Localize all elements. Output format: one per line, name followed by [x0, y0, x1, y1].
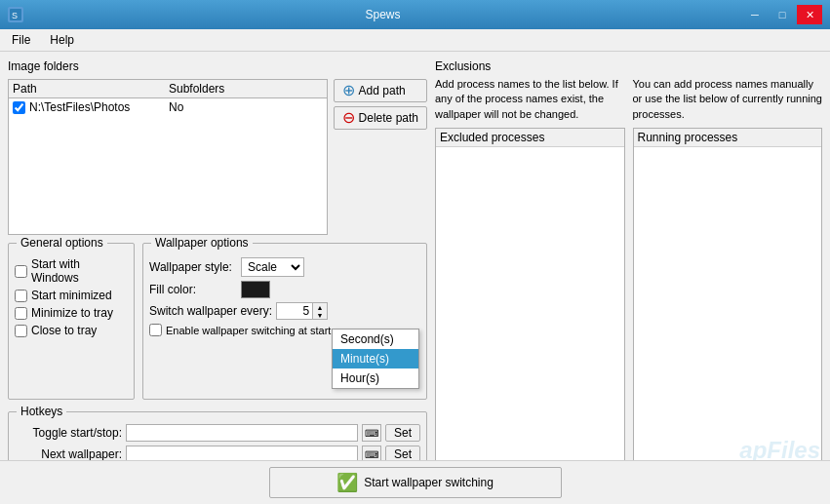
main-content: Image folders Path Subfolders N:\TestFil…: [0, 52, 830, 503]
left-panel: Image folders Path Subfolders N:\TestFil…: [8, 59, 427, 495]
close-button[interactable]: ✕: [797, 5, 822, 24]
window: S Spews ─ □ ✕ File Help Image folders Pa…: [0, 0, 830, 503]
image-folders-section: Image folders Path Subfolders N:\TestFil…: [8, 59, 427, 235]
hotkey-toggle-key[interactable]: ⌨: [362, 424, 381, 442]
wallpaper-style-row: Wallpaper style: Scale Center Tile Stret…: [149, 257, 420, 277]
wallpaper-options-inner: Wallpaper style: Scale Center Tile Stret…: [149, 257, 420, 336]
path-value: N:\TestFiles\Photos: [29, 100, 130, 114]
option-start-windows: Start with Windows: [15, 257, 128, 285]
running-processes-list: Running processes: [633, 128, 823, 467]
app-icon: S: [8, 7, 23, 22]
start-label: Start wallpaper switching: [364, 476, 494, 489]
image-folders-content: Path Subfolders N:\TestFiles\Photos No: [8, 79, 427, 235]
general-options-items: Start with Windows Start minimized Minim…: [15, 257, 128, 337]
maximize-button[interactable]: □: [770, 5, 795, 24]
start-minimized-label: Start minimized: [31, 289, 112, 302]
general-options-box: General options Start with Windows Start…: [8, 243, 135, 400]
option-start-minimized: Start minimized: [15, 289, 128, 302]
menu-bar: File Help: [0, 29, 830, 52]
start-windows-checkbox[interactable]: [15, 265, 27, 278]
menu-file[interactable]: File: [4, 31, 38, 49]
fill-color-label: Fill color:: [149, 283, 237, 296]
option-seconds[interactable]: Second(s): [333, 330, 418, 349]
minimize-tray-checkbox[interactable]: [15, 307, 27, 320]
add-path-label: Add path: [359, 84, 406, 97]
hotkey-toggle-label: Toggle start/stop:: [15, 426, 122, 440]
switch-number-input[interactable]: ▲ ▼: [276, 302, 328, 320]
time-unit-custom-dropdown: Second(s) Minute(s) Hour(s): [332, 329, 419, 389]
switch-every-row: Switch wallpaper every: ▲ ▼ Minut: [149, 302, 420, 320]
start-bar: ✅ Start wallpaper switching: [0, 460, 830, 504]
minimize-tray-label: Minimize to tray: [31, 306, 113, 320]
exclusions-desc2: You can add process names manually or us…: [633, 77, 823, 122]
title-bar: S Spews ─ □ ✕: [0, 0, 830, 29]
add-icon: ⊕: [342, 83, 355, 98]
window-controls: ─ □ ✕: [742, 5, 822, 24]
right-panel-inner: Exclusions Add process names to the list…: [435, 59, 822, 495]
spin-up-button[interactable]: ▲: [313, 303, 327, 311]
table-header: Path Subfolders: [9, 80, 327, 98]
excluded-processes-header: Excluded processes: [436, 129, 624, 147]
switch-every-label: Switch wallpaper every:: [149, 304, 272, 318]
folders-buttons: ⊕ Add path ⊖ Delete path: [334, 79, 427, 235]
hotkey-toggle-set[interactable]: Set: [385, 424, 420, 442]
wallpaper-style-label: Wallpaper style:: [149, 260, 237, 274]
enable-switch-checkbox[interactable]: [149, 324, 162, 336]
path-checkbox[interactable]: [13, 101, 25, 114]
start-button[interactable]: ✅ Start wallpaper switching: [269, 467, 562, 498]
option-hours[interactable]: Hour(s): [333, 368, 418, 388]
svg-text:S: S: [12, 11, 18, 20]
exclusions-label: Exclusions: [435, 59, 822, 73]
hotkeys-title: Hotkeys: [17, 405, 66, 418]
minimize-button[interactable]: ─: [742, 5, 768, 24]
general-options-title: General options: [17, 236, 107, 250]
wallpaper-options-box: Wallpaper options Wallpaper style: Scale…: [142, 243, 427, 400]
fill-color-picker[interactable]: [241, 281, 270, 298]
spin-down-button[interactable]: ▼: [313, 311, 327, 319]
start-windows-label: Start with Windows: [31, 257, 128, 285]
right-panel: Exclusions Add process names to the list…: [435, 59, 822, 495]
exclusions-lists: Excluded processes Running processes: [435, 128, 822, 467]
menu-help[interactable]: Help: [42, 31, 82, 49]
exclusions-desc1: Add process names to the list below. If …: [435, 77, 625, 122]
start-minimized-checkbox[interactable]: [15, 290, 27, 302]
hotkey-toggle: Toggle start/stop: ⌨ Set: [15, 424, 420, 442]
exclusions-top: Add process names to the list below. If …: [435, 77, 822, 122]
window-title: Spews: [23, 8, 742, 21]
bottom-options: General options Start with Windows Start…: [8, 243, 427, 400]
fill-color-row: Fill color:: [149, 281, 420, 298]
option-minimize-tray: Minimize to tray: [15, 306, 128, 320]
enable-switch-label: Enable wallpaper switching at start: [166, 325, 331, 336]
close-tray-checkbox[interactable]: [15, 325, 27, 337]
switch-value-input[interactable]: [277, 303, 312, 319]
wallpaper-options-title: Wallpaper options: [151, 236, 253, 250]
running-processes-header: Running processes: [634, 129, 822, 147]
spin-arrows: ▲ ▼: [312, 303, 327, 319]
subfolders-value: No: [169, 100, 323, 114]
option-minutes[interactable]: Minute(s): [333, 349, 418, 368]
add-path-button[interactable]: ⊕ Add path: [334, 79, 427, 102]
close-tray-label: Close to tray: [31, 324, 97, 337]
path-cell: N:\TestFiles\Photos: [13, 100, 169, 114]
delete-icon: ⊖: [342, 110, 355, 126]
folders-table: Path Subfolders N:\TestFiles\Photos No: [8, 79, 328, 235]
hotkey-next-label: Next wallpaper:: [15, 447, 122, 461]
delete-path-button[interactable]: ⊖ Delete path: [334, 106, 427, 130]
table-row[interactable]: N:\TestFiles\Photos No: [9, 98, 327, 116]
option-close-tray: Close to tray: [15, 324, 128, 337]
hotkey-toggle-input[interactable]: [126, 424, 358, 442]
start-icon: ✅: [336, 472, 358, 493]
delete-path-label: Delete path: [359, 111, 418, 125]
col-subfolders: Subfolders: [169, 82, 323, 96]
col-path: Path: [13, 82, 169, 96]
image-folders-label: Image folders: [8, 59, 427, 73]
wallpaper-style-select[interactable]: Scale Center Tile Stretch Fit Fill: [241, 257, 304, 277]
excluded-processes-list: Excluded processes: [435, 128, 625, 467]
